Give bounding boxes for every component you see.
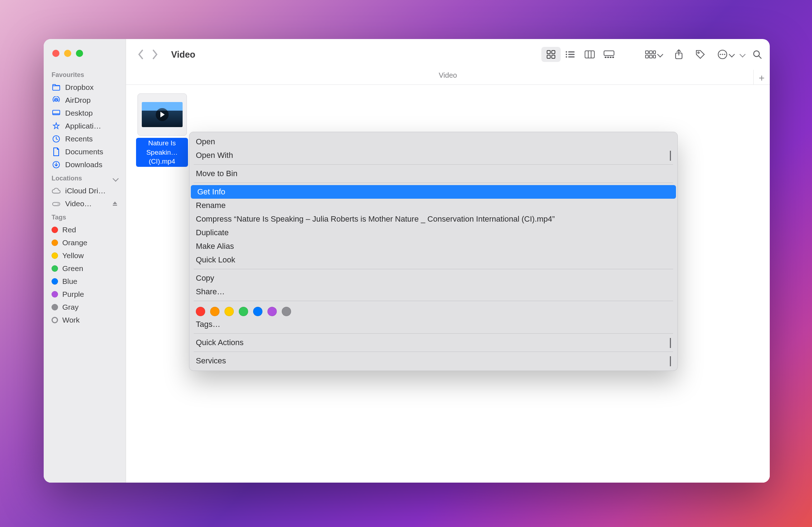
svg-rect-6 [53,202,60,206]
airdrop-icon [52,96,61,104]
nav-back-button[interactable] [137,49,144,59]
sidebar-item-icloud[interactable]: iCloud Dri… [44,184,126,197]
toolbar-right [740,50,762,59]
menu-tag-colors [189,303,677,318]
file-name: Nature Is Speakin…(CI).mp4 [136,138,188,167]
tag-label: Work [62,316,80,324]
menu-copy[interactable]: Copy [189,271,677,285]
search-button[interactable] [753,50,762,59]
tag-color-purple[interactable] [267,307,277,316]
svg-rect-16 [568,54,575,55]
locations-section-title[interactable]: Locations [44,171,126,184]
tag-color-orange[interactable] [210,307,219,316]
tag-label: Green [62,264,83,273]
tag-dot-icon [52,304,58,310]
svg-rect-25 [610,57,612,58]
file-item[interactable]: Nature Is Speakin…(CI).mp4 [136,93,188,167]
sidebar-item-desktop[interactable]: Desktop [44,107,126,120]
menu-duplicate[interactable]: Duplicate [189,226,677,240]
tag-color-green[interactable] [239,307,248,316]
sidebar-item-label: Video… [65,199,92,208]
gallery-view-button[interactable] [599,47,619,62]
sidebar-item-label: Applicati… [65,122,101,130]
sidebar-tag-work[interactable]: Work [44,314,126,327]
tag-label: Yellow [62,251,84,260]
close-button[interactable] [52,50,59,57]
menu-quick-actions[interactable]: Quick Actions [189,336,677,349]
tag-label: Blue [62,277,77,286]
minimize-button[interactable] [64,50,71,57]
sidebar-tag-blue[interactable]: Blue [44,275,126,288]
svg-rect-23 [605,57,606,58]
sidebar-item-applications[interactable]: Applicati… [44,120,126,132]
menu-separator [194,301,673,301]
menu-tags[interactable]: Tags… [189,318,677,331]
downloads-icon [52,161,61,169]
menu-get-info[interactable]: Get Info [191,185,676,199]
sidebar-tag-red[interactable]: Red [44,223,126,236]
chevron-right-icon [670,338,671,347]
nav-forward-button[interactable] [152,49,158,59]
menu-services[interactable]: Services [189,354,677,368]
recents-icon [52,135,61,143]
sidebar-item-airdrop[interactable]: AirDrop [44,94,126,107]
sidebar-item-video-drive[interactable]: Video… [44,197,126,210]
menu-quick-look[interactable]: Quick Look [189,253,677,267]
tag-color-gray[interactable] [282,307,291,316]
svg-rect-26 [612,57,614,58]
sidebar-tag-gray[interactable]: Gray [44,301,126,314]
sidebar-item-documents[interactable]: Documents [44,145,126,158]
svg-rect-9 [547,50,550,54]
svg-rect-19 [585,51,594,58]
list-view-button[interactable] [561,47,580,62]
share-button[interactable] [675,49,683,60]
eject-icon[interactable] [112,201,118,207]
more-actions-button[interactable] [717,49,734,59]
svg-point-17 [566,56,567,58]
sidebar: Favourites Dropbox AirDrop Desktop Appli… [44,39,126,483]
sidebar-item-dropbox[interactable]: Dropbox [44,81,126,94]
sidebar-item-label: Desktop [65,109,93,117]
tab-title[interactable]: Video [439,71,457,79]
menu-separator [194,269,673,269]
sidebar-tag-orange[interactable]: Orange [44,236,126,249]
column-view-button[interactable] [580,47,599,62]
tag-color-blue[interactable] [253,307,262,316]
window-options-button[interactable] [740,52,746,58]
add-tab-button[interactable]: + [753,70,770,86]
menu-move-to-bin[interactable]: Move to Bin [189,167,677,180]
svg-point-36 [720,54,721,55]
tag-dot-icon [52,240,58,246]
window-controls [44,50,126,57]
sidebar-tag-yellow[interactable]: Yellow [44,249,126,262]
desktop-icon [52,110,61,116]
maximize-button[interactable] [76,50,83,57]
svg-point-13 [566,51,567,53]
tags-button[interactable] [695,49,705,59]
tag-label: Orange [62,238,87,247]
tag-color-yellow[interactable] [224,307,234,316]
menu-open-with[interactable]: Open With [189,149,677,162]
sidebar-item-label: Documents [65,148,103,156]
locations-label: Locations [52,175,82,182]
tag-label: Red [62,226,76,234]
tag-color-red[interactable] [196,307,205,316]
group-by-button[interactable] [645,50,662,59]
sidebar-tag-purple[interactable]: Purple [44,288,126,301]
menu-make-alias[interactable]: Make Alias [189,240,677,253]
tab-bar: Video + [126,70,770,85]
icon-view-button[interactable] [541,47,561,62]
sidebar-item-recents[interactable]: Recents [44,132,126,145]
menu-open[interactable]: Open [189,135,677,149]
menu-share[interactable]: Share… [189,285,677,299]
tag-dot-icon [52,265,58,272]
chevron-down-icon [729,52,735,58]
svg-point-37 [722,54,723,55]
svg-rect-12 [552,55,555,58]
favourites-section-title: Favourites [44,68,126,81]
menu-separator [194,164,673,165]
sidebar-item-downloads[interactable]: Downloads [44,158,126,171]
menu-compress[interactable]: Compress “Nature Is Speaking – Julia Rob… [189,212,677,226]
menu-rename[interactable]: Rename [189,199,677,212]
sidebar-tag-green[interactable]: Green [44,262,126,275]
